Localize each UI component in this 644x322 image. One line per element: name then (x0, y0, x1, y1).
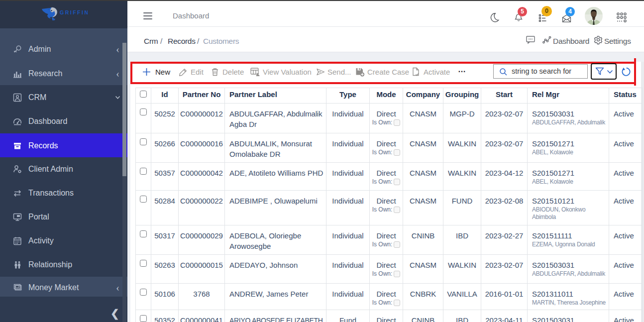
svg-text:GRIFFIN: GRIFFIN (60, 9, 88, 15)
